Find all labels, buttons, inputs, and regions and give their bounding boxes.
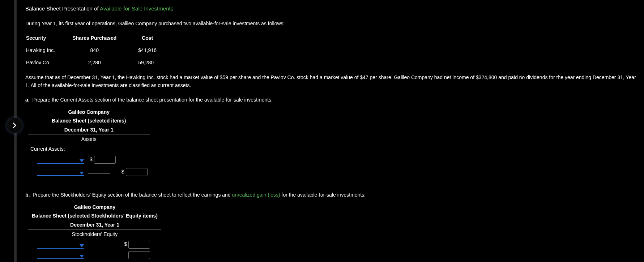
current-assets-label: Current Assets: xyxy=(28,144,150,154)
q-label: b. xyxy=(25,192,30,198)
question-a: a. Prepare the Current Assets section of… xyxy=(25,96,640,177)
cell-security: Pavlov Co. xyxy=(25,56,65,69)
purchases-table: Security Shares Purchased Cost Hawking I… xyxy=(25,33,160,69)
chevron-down-icon xyxy=(80,172,84,175)
unrealized-gain-loss-link[interactable]: unrealized gain (loss) xyxy=(232,192,280,198)
dollar-sign: $ xyxy=(124,241,127,247)
bs-section: Stockholders' Equity xyxy=(28,229,161,239)
bs-company: Galileo Company xyxy=(28,203,161,211)
chevron-down-icon xyxy=(80,159,84,162)
q-label: a. xyxy=(25,97,30,103)
equity-amount-input-1[interactable] xyxy=(128,241,150,249)
title-link[interactable]: Available-for-Sale Investments xyxy=(100,5,173,12)
chevron-right-icon xyxy=(11,122,18,129)
bs-company: Galileo Company xyxy=(28,108,150,116)
question-a-prompt: a. Prepare the Current Assets section of… xyxy=(25,96,640,104)
cell-shares: 840 xyxy=(65,44,124,56)
cell-shares: 2,280 xyxy=(65,56,124,69)
dropdown-line-item-1[interactable] xyxy=(37,156,84,164)
amount-total-input[interactable] xyxy=(126,168,148,176)
amount-input-2[interactable] xyxy=(88,166,110,174)
col-shares: Shares Purchased xyxy=(65,33,124,44)
dropdown-equity-item-1[interactable] xyxy=(37,241,84,249)
dollar-sign: $ xyxy=(90,156,93,162)
balance-sheet-b: Galileo Company Balance Sheet (selected … xyxy=(28,203,161,260)
col-cost: Cost xyxy=(124,33,160,44)
q-text-prefix: Prepare the Stockholders' Equity section… xyxy=(33,192,232,198)
cell-cost: $41,916 xyxy=(124,44,160,56)
col-security: Security xyxy=(25,33,65,44)
bs-date: December 31, Year 1 xyxy=(28,220,161,229)
q-text-suffix: for the available-for-sale investments. xyxy=(280,192,366,198)
table-row: Hawking Inc. 840 $41,916 xyxy=(25,44,160,56)
page-title: Balance Sheet Presentation of Available-… xyxy=(25,4,640,13)
intro-text: During Year 1, its first year of operati… xyxy=(25,20,640,27)
equity-amount-input-2[interactable] xyxy=(128,251,150,259)
nav-next-button[interactable] xyxy=(7,117,22,133)
bs-date: December 31, Year 1 xyxy=(28,125,150,134)
bs-section: Assets xyxy=(28,134,150,144)
amount-input-1[interactable] xyxy=(94,156,116,164)
q-text: Prepare the Current Assets section of th… xyxy=(32,97,273,103)
dollar-sign: $ xyxy=(121,169,124,175)
question-b: b. Prepare the Stockholders' Equity sect… xyxy=(25,191,640,260)
question-b-prompt: b. Prepare the Stockholders' Equity sect… xyxy=(25,191,640,199)
title-prefix: Balance Sheet Presentation of xyxy=(25,5,100,12)
chevron-down-icon xyxy=(80,244,84,247)
cell-security: Hawking Inc. xyxy=(25,44,65,56)
dropdown-equity-item-2[interactable] xyxy=(37,252,84,259)
assumption-text: Assume that as of December 31, Year 1, t… xyxy=(25,73,640,90)
balance-sheet-a: Galileo Company Balance Sheet (selected … xyxy=(28,108,150,177)
table-row: Pavlov Co. 2,280 59,280 xyxy=(25,56,160,69)
cell-cost: 59,280 xyxy=(124,56,160,69)
content-area: Balance Sheet Presentation of Available-… xyxy=(25,4,640,262)
dropdown-line-item-2[interactable] xyxy=(37,169,84,176)
bs-title: Balance Sheet (selected items) xyxy=(28,116,150,125)
bs-title: Balance Sheet (selected Stockholders' Eq… xyxy=(28,211,161,220)
chevron-down-icon xyxy=(80,255,84,258)
